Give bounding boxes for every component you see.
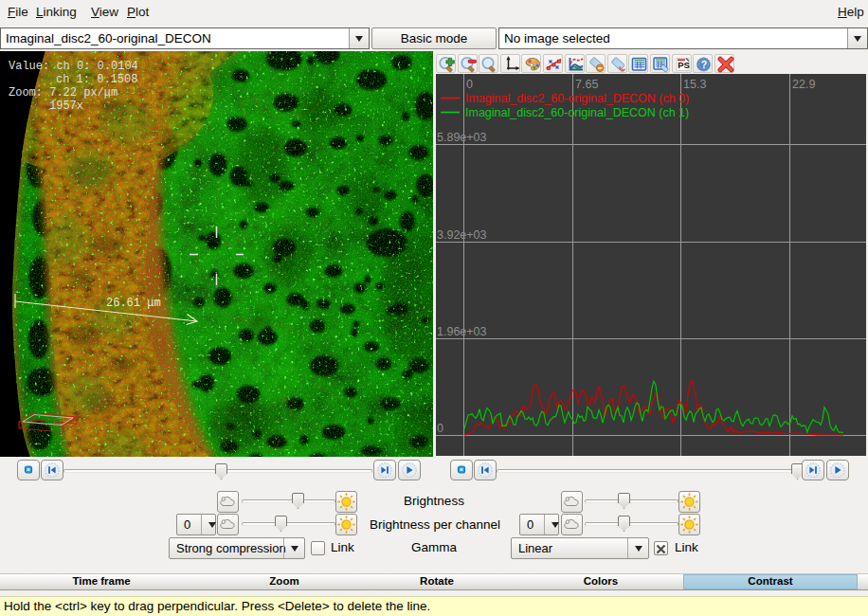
svg-text:?: ? [701,59,707,70]
svg-text:Value: ch 0: 0.0104: Value: ch 0: 0.0104 [9,60,138,73]
svg-text:PS: PS [678,60,690,70]
svg-text:15.3: 15.3 [683,78,706,91]
svg-text:1.96e+03: 1.96e+03 [437,325,487,338]
svg-text:ch 1: 0.1508: ch 1: 0.1508 [56,73,137,86]
svg-text:7.65: 7.65 [575,78,598,91]
svg-text:22.9: 22.9 [792,78,815,91]
svg-text:0: 0 [437,422,443,435]
svg-text:3.92e+03: 3.92e+03 [437,228,487,242]
svg-text:5.89e+03: 5.89e+03 [437,131,487,144]
svg-text:26.61 μm: 26.61 μm [106,297,161,310]
svg-text:Imaginal_disc2_60-original_DEC: Imaginal_disc2_60-original_DECON (ch 0) [465,92,689,105]
svg-text:Zoom: 7.22 px/μm: Zoom: 7.22 px/μm [9,86,118,100]
svg-text:Imaginal_disc2_60-original_DEC: Imaginal_disc2_60-original_DECON (ch 1) [465,106,689,119]
svg-text:1957x: 1957x [49,100,83,113]
svg-text:0: 0 [466,78,473,91]
